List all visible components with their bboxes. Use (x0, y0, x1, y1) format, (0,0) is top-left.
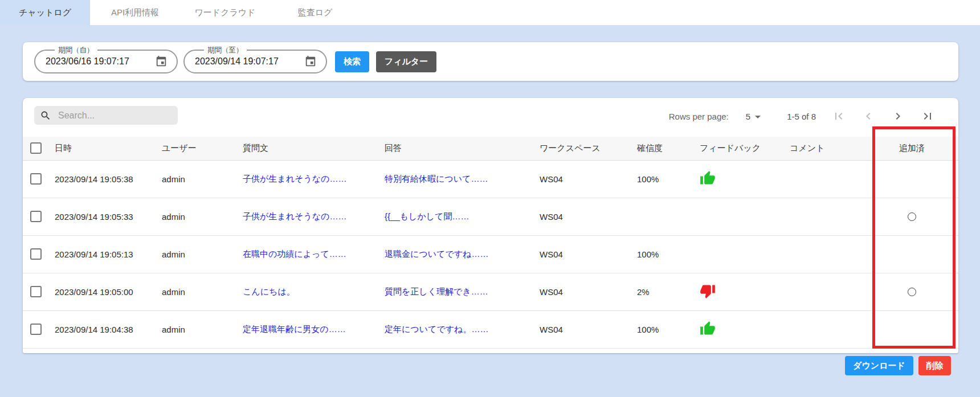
cell-question-link[interactable]: こんにちは。 (236, 273, 378, 310)
calendar-icon[interactable] (304, 55, 317, 68)
tab-label: API利用情報 (111, 7, 159, 18)
delete-button[interactable]: 削除 (918, 356, 951, 375)
tab-chat-log[interactable]: チャットログ (0, 0, 90, 25)
last-page-icon[interactable] (921, 109, 934, 123)
calendar-icon[interactable] (155, 55, 168, 68)
table-search-input[interactable] (58, 110, 166, 121)
table-row: 2023/09/14 19:05:00 admin こんにちは。 質問を正しく理… (23, 273, 958, 310)
table-row: 2023/09/14 19:04:38 admin 定年退職年齢に男女の…… 定… (23, 310, 958, 348)
pagination-range: 1-5 of 8 (787, 112, 816, 121)
cell-confidence: 100% (630, 160, 693, 198)
cell-comment (783, 273, 865, 310)
cell-answer-link[interactable]: 質問を正しく理解でき…… (378, 273, 533, 310)
table-row: 2023/09/14 19:05:33 admin 子供が生まれそうなの…… {… (23, 198, 958, 235)
chevron-right-icon[interactable] (891, 109, 905, 123)
column-header-added: 追加済 (865, 137, 958, 160)
cell-user: admin (155, 273, 236, 310)
rows-per-page-select[interactable]: 5 (746, 112, 761, 121)
cell-user: admin (155, 235, 236, 273)
cell-datetime: 2023/09/14 19:05:13 (48, 235, 155, 273)
column-header-feedback: フィードバック (693, 137, 783, 160)
chevron-down-icon (755, 116, 761, 118)
thumb-up-icon (700, 170, 716, 186)
cell-comment (783, 198, 865, 235)
table-search-box[interactable] (34, 106, 178, 125)
tab-api-usage[interactable]: API利用情報 (90, 0, 180, 25)
added-circle (908, 212, 916, 221)
select-all-checkbox[interactable] (30, 142, 42, 154)
top-tab-bar: チャットログ API利用情報 ワードクラウド 監査ログ (0, 0, 980, 25)
column-header-comment: コメント (783, 137, 865, 160)
cell-workspace: WS04 (533, 310, 630, 348)
column-header-datetime: 日時 (48, 137, 155, 160)
cell-confidence: 2% (630, 273, 693, 310)
cell-confidence: 100% (630, 310, 693, 348)
date-from-label: 期間（自） (55, 46, 97, 55)
cell-comment (783, 235, 865, 273)
rows-per-page-label: Rows per page: (669, 112, 729, 121)
row-checkbox[interactable] (30, 286, 42, 297)
cell-confidence: 100% (630, 235, 693, 273)
tab-word-cloud[interactable]: ワードクラウド (180, 0, 270, 25)
cell-answer-link[interactable]: {{__もしかして聞…… (378, 198, 533, 235)
cell-datetime: 2023/09/14 19:04:38 (48, 310, 155, 348)
search-button[interactable]: 検索 (335, 51, 369, 72)
table-header-row: 日時 ユーザー 質問文 回答 ワークスペース 確信度 フィードバック コメント … (23, 137, 958, 160)
column-header-question: 質問文 (236, 137, 378, 160)
chevron-left-icon[interactable] (861, 109, 875, 123)
added-circle (908, 288, 916, 296)
column-header-confidence: 確信度 (630, 137, 693, 160)
filter-button[interactable]: フィルター (376, 51, 436, 72)
thumb-up-icon (700, 321, 716, 337)
chat-log-table: 日時 ユーザー 質問文 回答 ワークスペース 確信度 フィードバック コメント … (23, 137, 958, 349)
filter-panel: 期間（自） 2023/06/16 19:07:17 期間（至） 2023/09/… (23, 42, 958, 81)
tab-label: チャットログ (19, 7, 71, 18)
cell-workspace: WS04 (533, 160, 630, 198)
column-header-user: ユーザー (155, 137, 236, 160)
cell-confidence (630, 198, 693, 235)
tab-audit-log[interactable]: 監査ログ (270, 0, 360, 25)
cell-user: admin (155, 310, 236, 348)
cell-workspace: WS04 (533, 198, 630, 235)
date-from-field[interactable]: 期間（自） 2023/06/16 19:07:17 (34, 50, 178, 73)
cell-question-link[interactable]: 定年退職年齢に男女の…… (236, 310, 378, 348)
thumb-down-icon (700, 283, 716, 299)
cell-answer-link[interactable]: 特別有給休暇について…… (378, 160, 533, 198)
tab-label: ワードクラウド (194, 7, 255, 18)
table-row: 2023/09/14 19:05:38 admin 子供が生まれそうなの…… 特… (23, 160, 958, 198)
cell-datetime: 2023/09/14 19:05:33 (48, 198, 155, 235)
row-checkbox[interactable] (30, 211, 42, 222)
cell-question-link[interactable]: 在職中の功績によって…… (236, 235, 378, 273)
column-header-workspace: ワークスペース (533, 137, 630, 160)
column-header-answer: 回答 (378, 137, 533, 160)
download-button[interactable]: ダウンロード (845, 356, 913, 375)
table-row: 2023/09/14 19:05:13 admin 在職中の功績によって…… 退… (23, 235, 958, 273)
search-icon (40, 110, 51, 121)
cell-comment (783, 160, 865, 198)
cell-answer-link[interactable]: 退職金についてですね…… (378, 235, 533, 273)
tab-label: 監査ログ (298, 7, 333, 18)
pagination-bar: Rows per page: 5 1-5 of 8 (669, 109, 934, 123)
date-from-value[interactable]: 2023/06/16 19:07:17 (46, 56, 129, 67)
row-checkbox[interactable] (30, 324, 42, 335)
first-page-icon[interactable] (832, 109, 846, 123)
cell-user: admin (155, 198, 236, 235)
cell-datetime: 2023/09/14 19:05:38 (48, 160, 155, 198)
cell-workspace: WS04 (533, 273, 630, 310)
cell-datetime: 2023/09/14 19:05:00 (48, 273, 155, 310)
date-to-label: 期間（至） (204, 46, 247, 55)
rows-per-page-value: 5 (746, 112, 750, 121)
cell-answer-link[interactable]: 定年についてですね。…… (378, 310, 533, 348)
cell-comment (783, 310, 865, 348)
row-checkbox[interactable] (30, 173, 42, 185)
chat-log-table-card: Rows per page: 5 1-5 of 8 日時 ユ (23, 98, 958, 353)
cell-workspace: WS04 (533, 235, 630, 273)
cell-user: admin (155, 160, 236, 198)
cell-question-link[interactable]: 子供が生まれそうなの…… (236, 160, 378, 198)
cell-question-link[interactable]: 子供が生まれそうなの…… (236, 198, 378, 235)
date-to-value[interactable]: 2023/09/14 19:07:17 (195, 56, 279, 67)
date-to-field[interactable]: 期間（至） 2023/09/14 19:07:17 (183, 50, 327, 73)
row-checkbox[interactable] (30, 248, 42, 260)
